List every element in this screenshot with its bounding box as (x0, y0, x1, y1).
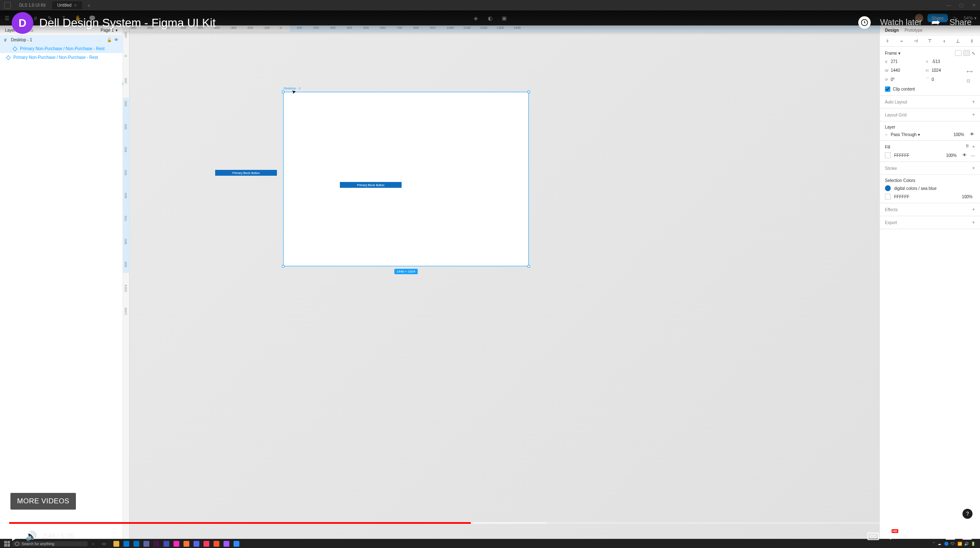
selected-frame[interactable]: Desktop - 1 ➤ Primary Block Button 1440 … (283, 92, 529, 266)
selection-handle[interactable] (282, 265, 284, 268)
visible-icon[interactable]: 👁 (970, 132, 975, 137)
x-value[interactable]: 271 (891, 59, 922, 64)
share-arrow-icon[interactable]: ➦ (931, 16, 940, 29)
layer-frame-name: Desktop - 1 (11, 38, 32, 42)
layer-child-selected[interactable]: Primary Non-Purchase / Non-Purchase - Re… (0, 44, 123, 53)
close-icon[interactable]: ✕ (74, 3, 77, 8)
clip-content-checkbox[interactable]: Clip content (885, 86, 975, 92)
align-bottom-icon[interactable]: ⊥ (955, 38, 961, 44)
selection-colors-section: Selection Colors digital colors / sea bl… (880, 175, 980, 203)
corners-icon[interactable]: ⊡ (967, 78, 975, 83)
align-top-icon[interactable]: ⊤ (927, 38, 933, 44)
close-window-icon[interactable]: ✕ (967, 0, 980, 10)
visible-icon[interactable]: 👁 (962, 153, 967, 158)
fill-hex[interactable]: FFFFFF (894, 153, 910, 158)
color-swatch-white[interactable] (885, 194, 891, 200)
layer-child-unselected[interactable]: Primary Non-Purchase / Non-Purchase - Re… (0, 53, 123, 62)
layers-panel-header: Layers Assets Page 1 ▾ (0, 25, 123, 35)
portrait-orientation-icon[interactable] (955, 50, 962, 56)
frame-label[interactable]: Frame ▾ (885, 51, 900, 56)
color-hex: FFFFFF (894, 194, 910, 199)
h-value[interactable]: 1024 (932, 68, 963, 73)
progress-bar[interactable] (9, 522, 971, 524)
volume-button[interactable]: 🔊 (23, 529, 38, 544)
distribute-icon[interactable]: ⦀ (969, 38, 975, 44)
styles-icon[interactable]: ⠿ (966, 144, 969, 150)
page-selector[interactable]: Page 1 ▾ (101, 28, 118, 33)
align-h-center-icon[interactable]: ⫟ (899, 38, 905, 44)
layer-frame-row[interactable]: # Desktop - 1 🔓 👁 (0, 35, 123, 44)
add-icon[interactable]: + (972, 99, 975, 105)
boolean-icon[interactable]: ▣ (500, 14, 508, 22)
h-label: H (926, 68, 932, 73)
clip-checkbox-input[interactable] (885, 86, 890, 92)
minimize-icon[interactable]: — (942, 0, 955, 10)
play-button[interactable] (8, 529, 23, 544)
resize-fit-icon[interactable]: ⤡ (972, 51, 975, 56)
pen-tool-icon[interactable]: ✎ (46, 14, 53, 22)
add-icon[interactable]: + (972, 165, 975, 171)
figma-logo-icon[interactable] (4, 2, 11, 9)
color-name: digital colors / sea blue (894, 186, 937, 191)
add-icon[interactable]: + (972, 207, 975, 212)
layer-opacity[interactable]: 100% (953, 132, 964, 137)
selection-handle[interactable] (282, 91, 284, 93)
add-tab-icon[interactable]: + (84, 2, 94, 9)
effects-section: Effects+ (880, 203, 980, 216)
design-panel: Design Prototype ⊦ ⫟ ⊣ ⊤ ⫞ ⊥ ⦀ Frame ▾ ⤡… (879, 25, 980, 548)
add-icon[interactable]: + (972, 220, 975, 225)
blend-mode[interactable]: Pass Through ▾ (891, 132, 920, 137)
canvas[interactable]: -900-800-700-600-500-400-300-200-1000100… (123, 25, 879, 548)
align-right-icon[interactable]: ⊣ (913, 38, 919, 44)
rotation-value[interactable]: 0° (891, 77, 922, 82)
layers-tab-label[interactable]: Layers Assets (5, 28, 33, 33)
settings-button[interactable]: ⚙HD (887, 531, 895, 542)
mask-icon[interactable]: ◐ (486, 14, 494, 22)
selection-handle[interactable] (528, 265, 530, 268)
selection-handle[interactable] (528, 91, 530, 93)
block-button-in-frame[interactable]: Primary Block Button (340, 182, 402, 188)
component-icon[interactable]: ◈ (472, 14, 480, 22)
file-tab-label: DLS 1.0 UI Kit (19, 3, 45, 8)
constrain-icon[interactable]: ⟷ (967, 69, 975, 74)
text-tool-icon[interactable]: T (60, 14, 68, 22)
watch-later-icon[interactable] (858, 16, 871, 29)
auto-layout-section: Auto Layout+ (880, 96, 980, 109)
clip-label: Clip content (893, 87, 915, 91)
dimension-badge: 1440 × 1024 (394, 269, 418, 274)
y-value[interactable]: -513 (932, 59, 963, 64)
frame-tool-icon[interactable]: # (32, 14, 39, 22)
help-button[interactable]: ? (962, 509, 972, 519)
menu-icon[interactable]: ☰ (3, 14, 11, 22)
block-button-loose[interactable]: Primary Block Button (215, 170, 277, 176)
file-tab-inactive[interactable]: DLS 1.0 UI Kit (14, 1, 50, 9)
layer-child-label: Primary Non-Purchase / Non-Purchase - Re… (20, 46, 105, 51)
align-v-center-icon[interactable]: ⫞ (941, 38, 947, 44)
visible-icon[interactable]: 👁 (114, 38, 118, 42)
color-swatch-blue[interactable] (885, 185, 891, 191)
maximize-icon[interactable]: ▢ (955, 0, 967, 10)
fill-swatch[interactable] (885, 152, 891, 158)
component-instance-icon (6, 55, 10, 60)
frame-icon: # (4, 38, 8, 42)
ruler-selection-h (290, 25, 879, 32)
add-icon[interactable]: + (972, 112, 975, 118)
add-icon[interactable]: + (972, 144, 975, 150)
fill-pct[interactable]: 100% (946, 153, 957, 158)
layer-child-label: Primary Non-Purchase / Non-Purchase - Re… (13, 55, 98, 60)
canvas-workspace[interactable]: Primary Block Button Desktop - 1 ➤ Prima… (130, 32, 879, 548)
more-videos-button[interactable]: MORE VIDEOS (10, 493, 76, 510)
radius-value[interactable]: 0 (932, 77, 963, 82)
x-label: X (885, 60, 891, 64)
file-tab-active[interactable]: Untitled✕ (52, 1, 82, 9)
landscape-orientation-icon[interactable] (963, 50, 970, 56)
w-value[interactable]: 1440 (891, 68, 922, 73)
export-section: Export+ (880, 216, 980, 229)
comment-tool-icon[interactable]: 💬 (88, 14, 96, 22)
move-tool-icon[interactable]: ▸ (18, 14, 25, 22)
hand-tool-icon[interactable]: ✋ (74, 14, 82, 22)
unlock-icon[interactable]: 🔓 (107, 38, 112, 42)
captions-button[interactable]: CC (867, 533, 879, 540)
align-left-icon[interactable]: ⊦ (885, 38, 891, 44)
remove-icon[interactable]: — (971, 153, 975, 158)
